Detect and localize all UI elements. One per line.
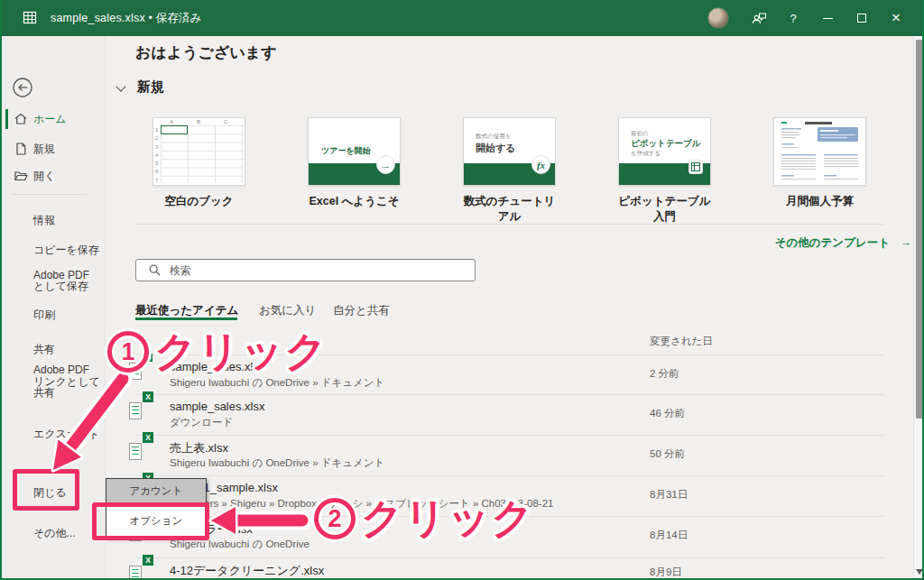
grid-col-a: A <box>170 119 173 124</box>
file-modified-date: 50 分前 <box>650 447 685 461</box>
maximize-icon <box>857 14 866 23</box>
template-thumbnail: ツアーを開始 → <box>308 117 401 186</box>
tab-shared-with-me[interactable]: 自分と共有 <box>333 303 390 318</box>
file-modified-date: 8月14日 <box>650 529 688 542</box>
chevron-down-icon[interactable] <box>116 81 125 91</box>
more-templates-link[interactable]: その他のテンプレート → <box>751 235 911 251</box>
template-name: ピボットテーブル入門 <box>618 194 711 225</box>
search-icon <box>149 264 161 276</box>
thumb-text: を作成する <box>631 150 661 158</box>
arrow-right-icon: → <box>376 155 395 174</box>
template-formula-tutorial[interactable]: 数式の使用を 開始する fx 数式のチュートリアル <box>463 117 556 225</box>
sidebar-item-print[interactable]: 印刷 <box>2 304 106 326</box>
sidebar-item-share[interactable]: 共有 <box>2 338 106 360</box>
template-name: 空白のブック <box>152 194 245 209</box>
maximize-button[interactable] <box>845 0 879 36</box>
thumb-text: 開始する <box>476 142 516 155</box>
highlight-box-more <box>13 469 79 511</box>
sidebar-item-label: 情報 <box>33 215 100 226</box>
sidebar-item-share-adobe-pdf-link[interactable]: Adobe PDF リンクとして共有 <box>2 369 106 394</box>
file-title: 4-12データクリーニング.xlsx <box>170 563 324 579</box>
search-box[interactable] <box>135 259 476 281</box>
sidebar-item-save-copy[interactable]: コピーを保存 <box>2 239 106 261</box>
template-monthly-personal-budget[interactable]: 月間個人予算 <box>773 117 866 209</box>
file-title: 売上表.xlsx <box>170 440 228 456</box>
step2-label: クリック <box>361 491 534 547</box>
step1-label: クリック <box>154 324 328 380</box>
menu-item-account[interactable]: アカウント <box>106 479 206 504</box>
template-blank-workbook[interactable]: A B C 1 2 3 4 5 6 7 空白のブック <box>152 117 245 209</box>
search-input[interactable] <box>168 263 475 278</box>
sidebar-item-label: 新規 <box>33 142 55 157</box>
sidebar-item-info[interactable]: 情報 <box>2 209 106 231</box>
tab-recent[interactable]: 最近使ったアイテム <box>135 303 238 318</box>
section-divider <box>135 224 884 225</box>
sidebar-divider <box>11 194 87 195</box>
document-title: sample_sales.xlsx • 保存済み <box>51 11 202 26</box>
minimize-button[interactable] <box>810 0 845 36</box>
file-row[interactable]: 4-12データクリーニング.xlsx 8月9日 <box>135 557 884 580</box>
scrollbar-thumb[interactable] <box>916 40 923 419</box>
excel-backstage-window: sample_sales.xlsx • 保存済み ? × <box>0 0 924 580</box>
greeting-heading: おはようございます <box>135 42 277 63</box>
help-button[interactable]: ? <box>776 0 810 36</box>
sidebar-item-export[interactable]: エクスポート <box>2 423 106 445</box>
sidebar-item-home[interactable]: ホーム <box>2 108 106 130</box>
template-thumbnail: 数式の使用を 開始する fx <box>463 117 556 186</box>
thumb-text: 数式の使用を <box>476 133 511 141</box>
file-row[interactable]: 売上表.xlsx Shigeru Iwabuchi の OneDrive » ド… <box>135 435 884 475</box>
file-modified-date: 8月31日 <box>650 488 688 502</box>
column-header-modified-date: 変更された日 <box>650 335 713 348</box>
home-icon <box>14 112 28 126</box>
template-welcome-to-excel[interactable]: ツアーを開始 → Excel へようこそ <box>308 117 401 209</box>
highlight-box-options <box>92 502 209 540</box>
sidebar-item-label: Adobe PDF リンクとして共有 <box>33 364 100 399</box>
open-folder-icon <box>14 169 28 183</box>
arrow-right-icon: → <box>901 236 912 249</box>
user-avatar[interactable] <box>707 7 729 29</box>
file-modified-date: 46 分前 <box>650 407 685 420</box>
fx-icon: fx <box>531 155 550 174</box>
template-pivottable-intro[interactable]: 最初の ピボットテーブル を作成する ピボットテーブル入門 <box>618 117 711 225</box>
thumb-text: ツアーを開始 <box>321 145 371 157</box>
sidebar-item-save-adobe-pdf[interactable]: Adobe PDF として保存 <box>2 268 106 293</box>
selected-cell <box>161 125 188 134</box>
titlebar: sample_sales.xlsx • 保存済み ? × <box>2 0 922 36</box>
template-thumbnail: A B C 1 2 3 4 5 6 7 <box>152 117 245 186</box>
sidebar-item-new[interactable]: 新規 <box>2 138 106 160</box>
vertical-scrollbar[interactable] <box>913 36 924 578</box>
more-templates-label: その他のテンプレート <box>775 236 890 249</box>
tab-pinned[interactable]: お気に入り <box>259 303 316 318</box>
template-thumbnail: 最初の ピボットテーブル を作成する <box>618 117 711 186</box>
pivottable-icon <box>688 160 703 174</box>
template-name: Excel へようこそ <box>308 194 401 209</box>
sidebar-item-label: 開く <box>33 169 55 184</box>
new-section-heading[interactable]: 新規 <box>137 78 164 96</box>
close-button[interactable]: × <box>879 0 913 36</box>
back-button[interactable] <box>13 78 32 97</box>
grid-col-c: C <box>224 119 227 124</box>
active-tab-underline <box>135 318 237 320</box>
active-indicator <box>5 109 8 129</box>
grid-col-b: B <box>197 119 200 124</box>
sidebar-item-label: Adobe PDF として保存 <box>33 270 100 292</box>
budget-preview <box>774 118 865 185</box>
file-row[interactable]: sample_sales.xlsx ダウンロード 46 分前 <box>135 394 884 435</box>
file-modified-date: 2 分前 <box>650 367 679 381</box>
file-location: Shigeru Iwabuchi の OneDrive » ドキュメント <box>170 456 384 470</box>
thumb-text: ピボットテーブル <box>631 138 701 150</box>
sidebar-item-open[interactable]: 開く <box>2 165 106 187</box>
green-bar: → <box>309 163 400 185</box>
sidebar-item-label: その他... <box>33 528 100 539</box>
file-location: ダウンロード <box>170 416 233 429</box>
sidebar-item-label: 印刷 <box>33 309 100 321</box>
sidebar-item-more[interactable]: その他... <box>2 522 106 544</box>
annotation-step1: 1 クリック <box>107 331 328 380</box>
scrollbar-down-arrow-icon[interactable] <box>916 569 923 575</box>
feedback-icon[interactable] <box>742 0 776 36</box>
sidebar-item-label: ホーム <box>33 112 67 127</box>
new-document-icon <box>14 142 28 156</box>
file-title: sample_sales.xlsx <box>170 400 265 413</box>
green-bar: fx <box>464 163 555 185</box>
excel-logo-icon <box>22 10 38 26</box>
